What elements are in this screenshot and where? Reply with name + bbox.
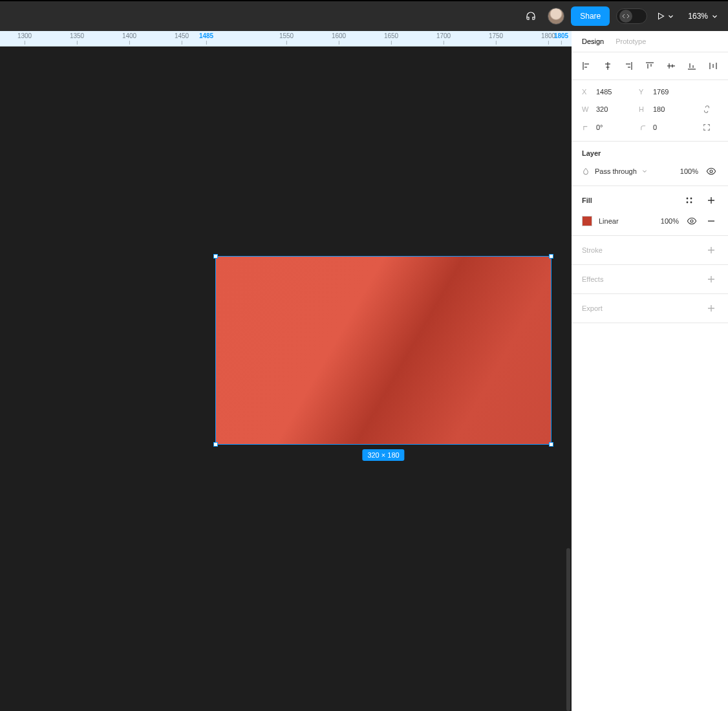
share-button[interactable]: Share <box>571 6 610 26</box>
stroke-title: Stroke <box>582 246 603 254</box>
effects-title: Effects <box>582 275 603 283</box>
present-button[interactable] <box>654 12 676 21</box>
add-effect-icon[interactable] <box>705 273 718 286</box>
tab-design[interactable]: Design <box>582 37 604 45</box>
ruler-tick: 1350 <box>70 32 84 45</box>
canvas[interactable]: 320 × 180 <box>0 47 572 711</box>
x-label: X <box>582 88 590 96</box>
panel-tabs: Design Prototype <box>572 31 728 52</box>
selected-shape[interactable]: 320 × 180 <box>215 256 551 445</box>
export-section: Export <box>572 294 728 323</box>
w-label: W <box>582 105 590 113</box>
corner-radius-icon <box>639 124 647 131</box>
ruler-tick: 1485 <box>199 32 213 45</box>
fill-swatch[interactable] <box>582 216 592 226</box>
svg-point-1 <box>687 198 689 200</box>
ruler-tick: 1650 <box>384 32 398 45</box>
blend-mode-value: Pass through <box>595 167 637 175</box>
design-panel: Design Prototype X 1485 Y 1769 W 320 H 1… <box>572 31 728 711</box>
horizontal-ruler[interactable]: 1300135014001450148515501600165017001750… <box>0 31 572 47</box>
export-title: Export <box>582 304 603 312</box>
svg-point-5 <box>691 220 693 222</box>
resize-handle-tr[interactable] <box>549 254 553 259</box>
resize-handle-tl[interactable] <box>213 254 218 259</box>
effects-section: Effects <box>572 265 728 294</box>
x-input[interactable]: 1485 <box>596 88 632 96</box>
fill-section: Fill Linear 100% <box>572 186 728 236</box>
fill-opacity-input[interactable]: 100% <box>661 217 679 225</box>
tab-prototype[interactable]: Prototype <box>616 37 646 45</box>
ruler-tick: 1805 <box>554 32 568 45</box>
constrain-proportions-icon[interactable] <box>702 105 711 114</box>
resize-handle-br[interactable] <box>549 442 553 447</box>
independent-corners-icon[interactable] <box>702 123 711 132</box>
y-input[interactable]: 1769 <box>653 88 689 96</box>
w-input[interactable]: 320 <box>596 105 632 113</box>
ruler-tick: 1450 <box>175 32 189 45</box>
shape-fill <box>216 257 551 444</box>
top-toolbar: Share 163% <box>0 1 728 31</box>
zoom-dropdown[interactable]: 163% <box>683 12 720 21</box>
align-top-icon[interactable] <box>643 59 657 73</box>
svg-point-4 <box>691 202 692 204</box>
align-vcenter-icon[interactable] <box>664 59 678 73</box>
ruler-tick: 1300 <box>17 32 32 45</box>
h-label: H <box>639 105 647 113</box>
dev-mode-toggle[interactable] <box>616 8 647 24</box>
corner-radius-input[interactable]: 0 <box>653 123 689 131</box>
audio-icon[interactable] <box>520 6 541 27</box>
align-bottom-icon[interactable] <box>685 59 699 73</box>
layer-section: Layer Pass through 100% <box>572 142 728 186</box>
fill-styles-icon[interactable] <box>683 194 696 207</box>
add-export-icon[interactable] <box>705 302 718 315</box>
ruler-tick: 1550 <box>279 32 294 45</box>
fill-visibility-icon[interactable] <box>685 215 698 228</box>
ruler-tick: 1700 <box>436 32 451 45</box>
svg-point-2 <box>691 198 692 200</box>
stroke-section: Stroke <box>572 236 728 265</box>
ruler-tick: 1800 <box>541 32 555 45</box>
ruler-tick: 1600 <box>332 32 346 45</box>
alignment-row <box>572 52 728 80</box>
zoom-value: 163% <box>688 12 708 21</box>
rotation-input[interactable]: 0° <box>596 123 632 131</box>
align-hcenter-icon[interactable] <box>601 59 615 73</box>
add-fill-icon[interactable] <box>705 194 718 207</box>
rotation-icon <box>582 124 590 131</box>
fill-title: Fill <box>582 196 592 204</box>
ruler-tick: 1750 <box>489 32 503 45</box>
avatar[interactable] <box>548 8 564 25</box>
h-input[interactable]: 180 <box>653 105 689 113</box>
layer-title: Layer <box>582 149 601 157</box>
distribute-icon[interactable] <box>706 59 720 73</box>
dimensions-badge: 320 × 180 <box>362 449 404 461</box>
align-right-icon[interactable] <box>621 59 636 73</box>
align-left-icon[interactable] <box>579 59 594 73</box>
add-stroke-icon[interactable] <box>705 244 718 257</box>
resize-handle-bl[interactable] <box>213 442 218 447</box>
layer-visibility-icon[interactable] <box>705 165 718 178</box>
y-label: Y <box>639 88 647 96</box>
fill-type-value[interactable]: Linear <box>599 217 654 225</box>
canvas-scrollbar[interactable] <box>566 548 570 711</box>
layer-opacity-input[interactable]: 100% <box>680 167 698 175</box>
blend-mode-dropdown[interactable]: Pass through <box>582 167 674 175</box>
svg-point-0 <box>710 170 712 173</box>
transform-section: X 1485 Y 1769 W 320 H 180 0° 0 <box>572 80 728 142</box>
remove-fill-icon[interactable] <box>705 215 718 228</box>
svg-point-3 <box>687 202 689 204</box>
ruler-tick: 1400 <box>122 32 136 45</box>
